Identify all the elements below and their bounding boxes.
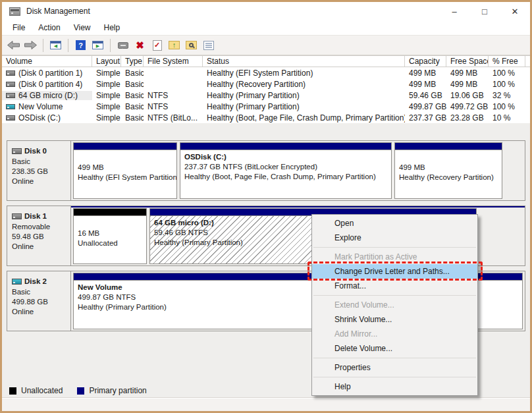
volume-type: Basic [121,80,144,89]
primary-partition-band [395,143,502,150]
disk-state: Online [12,242,70,252]
partition-status: Healthy (Recovery Partition) [399,173,498,182]
disk-2-label[interactable]: Disk 2 Basic 499.88 GB Online [7,271,71,331]
disk-name: Disk 1 [24,211,47,221]
column-header-pct-free[interactable]: % Free [489,56,525,67]
table-row-64gb-micro[interactable]: 64 GB micro (D:) Simple Basic NTFS Healt… [2,90,530,101]
partition-osdisk-c[interactable]: OSDisk (C:) 237.37 GB NTFS (BitLocker En… [180,142,392,199]
menu-item-change-drive-letter[interactable]: Change Drive Letter and Paths... [312,264,477,279]
menu-item-label: Change Drive Letter and Paths... [334,267,450,276]
volume-type: Basic [121,69,144,78]
back-arrow-icon[interactable] [7,38,20,52]
toolbar-separator [68,39,68,52]
status-bar [2,398,530,411]
disk-0-row: Disk 0 Basic 238.35 GB Online 499 MB Hea… [7,140,525,201]
volume-name: New Volume [18,102,63,111]
volume-file-system: NTFS [144,102,203,111]
volume-layout: Simple [92,91,121,100]
menu-item-mark-partition-active: Mark Partition as Active [312,250,477,264]
column-header-free-space[interactable]: Free Space [446,56,489,67]
disk-name: Disk 0 [24,146,47,156]
disk-name: Disk 2 [24,277,47,287]
menu-item-open[interactable]: Open [312,216,477,231]
unallocated-swatch [9,387,16,395]
menu-separator [313,377,476,377]
legend-unallocated: Unallocated [9,386,63,395]
table-row-new-volume[interactable]: New Volume Simple Basic NTFS Healthy (Pr… [2,101,530,112]
primary-partition-swatch [77,387,84,395]
column-header-layout[interactable]: Layout [92,56,121,67]
menu-item-delete-volume[interactable]: Delete Volume... [312,341,477,356]
close-button[interactable]: ✕ [500,2,530,20]
primary-partition-band [180,143,391,150]
console-window-icon[interactable]: ◀ [49,38,63,52]
console-play-window-icon[interactable]: ▶ [91,38,105,52]
disk-drive-icon [9,7,20,16]
column-header-status[interactable]: Status [203,56,405,67]
volume-name: (Disk 0 partition 1) [18,69,82,78]
folder-up-icon[interactable]: ↑ [167,38,181,52]
volume-capacity: 499 MB [405,80,446,89]
help-icon[interactable]: ? [74,38,88,52]
volume-layout: Simple [92,113,121,123]
column-header-volume[interactable]: Volume [2,56,92,67]
callout-icon[interactable] [116,38,130,52]
volume-name: OSDisk (C:) [18,113,61,123]
toolbar-separator [43,39,43,52]
menu-file[interactable]: File [6,22,32,34]
menu-item-shrink-volume[interactable]: Shrink Volume... [312,312,477,327]
menu-separator [313,358,476,358]
menu-item-explore[interactable]: Explore [312,231,477,245]
column-header-type[interactable]: Type [121,56,144,67]
minimize-button[interactable]: – [439,2,469,20]
partition-efi-system[interactable]: 499 MB Healthy (EFI System Partition) [73,142,177,199]
partition-status: Unallocated [78,238,142,248]
disk-1-label[interactable]: Disk 1 Removable 59.48 GB Online [7,206,71,265]
volume-capacity: 237.37 GB [405,113,446,123]
volume-pct-free: 100 % [489,69,525,78]
volume-type: Basic [121,91,144,100]
document-check-icon[interactable]: ✓ [150,38,164,52]
volume-type: Basic [121,102,144,111]
partition-status: Healthy (EFI System Partition) [78,173,173,182]
disk-icon [12,213,22,219]
volume-icon [6,82,15,87]
forward-arrow-icon[interactable] [24,38,38,52]
column-header-capacity[interactable]: Capacity [405,56,446,67]
volume-icon [6,104,15,109]
volume-free-space: 499.72 GB [446,102,489,111]
maximize-button[interactable]: □ [469,2,500,20]
disk-0-label[interactable]: Disk 0 Basic 238.35 GB Online [7,141,71,200]
unallocated-band [74,209,146,216]
menu-view[interactable]: View [67,22,97,34]
menu-separator [313,247,476,248]
menu-item-format[interactable]: Format... [312,279,477,293]
folder-search-icon[interactable] [184,38,198,52]
menu-item-properties[interactable]: Properties [312,360,477,375]
menu-action[interactable]: Action [32,22,66,34]
partition-recovery[interactable]: 499 MB Healthy (Recovery Partition) [394,142,502,199]
volume-capacity: 499.87 GB [405,102,446,111]
table-row-disk0-partition4[interactable]: (Disk 0 partition 4) Simple Basic Health… [2,78,530,90]
volume-type: Basic [121,113,144,123]
table-row-osdisk[interactable]: OSDisk (C:) Simple Basic NTFS (BitLo... … [2,112,530,123]
partition-size: 237.37 GB NTFS (BitLocker Encrypted) [184,162,387,172]
partition-unallocated-16mb[interactable]: 16 MB Unallocated [73,208,147,264]
column-header-file-system[interactable]: File System [144,56,203,67]
menu-item-help[interactable]: Help [312,379,477,394]
table-row-disk0-partition1[interactable]: (Disk 0 partition 1) Simple Basic Health… [2,67,530,78]
volume-free-space: 19.06 GB [446,91,489,100]
checklist-icon[interactable] [201,38,215,52]
volume-status: Healthy (Recovery Partition) [203,80,405,89]
volume-file-system: NTFS (BitLo... [144,113,203,123]
window-title: Disk Management [26,7,90,16]
menu-bar: File Action View Help [2,20,530,35]
partition-title: OSDisk (C:) [184,152,387,162]
disk-icon [12,279,22,285]
disk-size: 499.88 GB [12,297,70,307]
disk-state: Online [12,177,70,186]
volume-name: (Disk 0 partition 4) [18,80,82,89]
menu-help[interactable]: Help [97,22,127,34]
menu-item-extend-volume: Extend Volume... [312,298,477,312]
delete-cross-icon[interactable]: ✖ [133,38,147,52]
